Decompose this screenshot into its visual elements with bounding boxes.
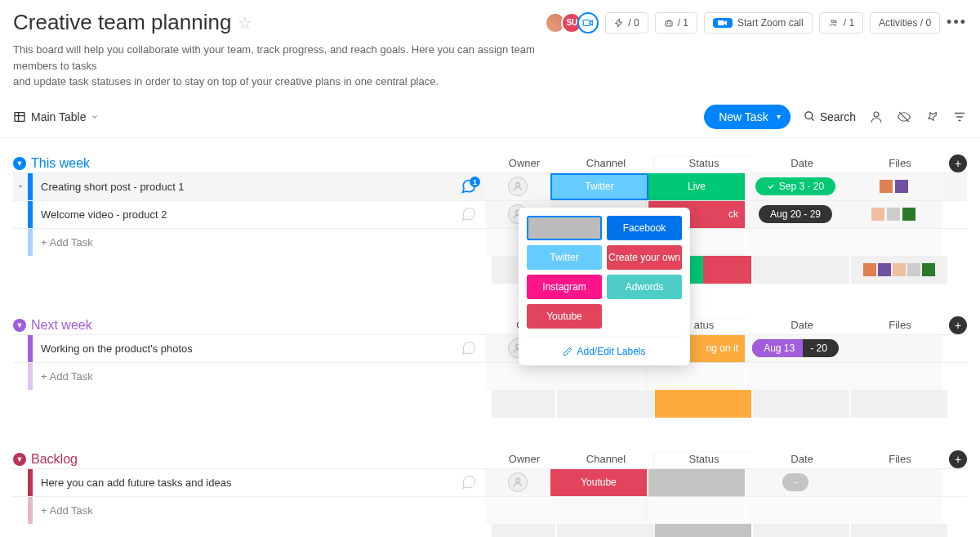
svg-point-2 xyxy=(667,23,668,24)
col-header-channel[interactable]: Channel xyxy=(557,453,655,465)
channel-option[interactable]: Create your own xyxy=(607,245,682,270)
person-icon[interactable] xyxy=(869,110,884,124)
chevron-down-icon: ▾ xyxy=(777,112,781,121)
col-header-files[interactable]: Files xyxy=(851,157,949,169)
file-thumb[interactable] xyxy=(893,263,906,276)
group-title[interactable]: Next week xyxy=(31,318,92,333)
col-header-status[interactable]: Status xyxy=(655,157,753,169)
channel-option[interactable]: Instagram xyxy=(527,275,602,299)
automations-button[interactable]: / 0 xyxy=(605,12,648,34)
owner-avatar[interactable] xyxy=(508,177,528,196)
status-cell[interactable] xyxy=(648,469,746,496)
integrations-count: / 1 xyxy=(678,17,688,29)
chat-icon[interactable] xyxy=(461,340,477,356)
expand-indicator-icon[interactable] xyxy=(16,181,25,191)
file-thumb[interactable] xyxy=(922,263,935,276)
star-icon[interactable]: ☆ xyxy=(238,13,252,33)
search-icon xyxy=(804,110,816,123)
date-cell[interactable]: Aug 20 - 29 xyxy=(746,201,844,228)
task-name[interactable]: Working on the product's photos xyxy=(33,335,452,362)
group-collapse-toggle[interactable]: ▼ xyxy=(13,157,26,170)
date-cell[interactable]: Aug 13 - 20 xyxy=(746,335,844,362)
date-cell[interactable]: Sep 3 - 20 xyxy=(746,173,844,200)
add-member-icon[interactable] xyxy=(577,12,599,34)
channel-option[interactable]: Youtube xyxy=(527,304,602,329)
activities-button[interactable]: Activities / 0 xyxy=(870,12,940,34)
col-header-files[interactable]: Files xyxy=(851,453,949,465)
task-row[interactable]: Here you can add future tasks and ideas … xyxy=(13,468,967,496)
more-menu-icon[interactable]: ••• xyxy=(947,14,967,31)
member-avatars[interactable]: SU xyxy=(550,12,599,34)
group-color-bar xyxy=(28,229,33,256)
owner-avatar[interactable] xyxy=(508,472,528,492)
svg-point-8 xyxy=(805,112,813,119)
svg-point-6 xyxy=(834,20,836,23)
file-thumb[interactable] xyxy=(871,208,884,221)
col-header-files[interactable]: Files xyxy=(851,319,949,331)
new-task-button[interactable]: New Task ▾ xyxy=(704,105,790,129)
task-name[interactable]: Welcome video - product 2 xyxy=(33,201,452,228)
svg-rect-1 xyxy=(666,21,672,26)
channel-dropdown[interactable]: FacebookTwitterCreate your ownInstagramA… xyxy=(519,208,690,365)
svg-point-13 xyxy=(516,478,520,482)
add-task-button[interactable]: + Add Task xyxy=(33,363,452,390)
integrations-button[interactable]: / 1 xyxy=(655,12,697,34)
group-title[interactable]: This week xyxy=(31,156,90,171)
add-task-button[interactable]: + Add Task xyxy=(33,497,452,524)
add-column-button[interactable]: + xyxy=(949,316,967,334)
svg-point-9 xyxy=(874,112,879,117)
col-header-date[interactable]: Date xyxy=(753,319,851,331)
channel-cell[interactable]: Twitter xyxy=(550,173,648,200)
page-title: Creative team planning xyxy=(13,10,231,35)
people-button[interactable]: / 1 xyxy=(819,12,863,34)
svg-point-5 xyxy=(831,20,834,22)
files-cell[interactable] xyxy=(844,201,942,228)
channel-cell[interactable]: Youtube xyxy=(550,469,648,496)
group-collapse-toggle[interactable]: ▼ xyxy=(13,319,26,332)
channel-option[interactable]: Twitter xyxy=(527,245,602,270)
file-thumb[interactable] xyxy=(902,208,915,221)
task-name[interactable]: Creating short post - product 1 xyxy=(33,173,452,200)
view-selector[interactable]: Main Table xyxy=(13,110,99,123)
files-cell[interactable] xyxy=(844,173,942,200)
task-name[interactable]: Here you can add future tasks and ideas xyxy=(33,469,452,496)
chat-icon[interactable] xyxy=(461,474,477,490)
channel-option[interactable]: Facebook xyxy=(607,216,682,240)
chat-icon[interactable] xyxy=(461,206,477,222)
group-collapse-toggle[interactable]: ▼ xyxy=(13,453,26,466)
channel-option[interactable] xyxy=(527,216,602,240)
add-edit-labels-button[interactable]: Add/Edit Labels xyxy=(527,337,682,357)
hide-icon[interactable] xyxy=(897,110,911,124)
file-thumb[interactable] xyxy=(880,180,893,193)
col-header-channel[interactable]: Channel xyxy=(557,157,655,169)
col-header-date[interactable]: Date xyxy=(753,157,851,169)
task-row[interactable]: Working on the product's photos ng on it… xyxy=(13,334,967,362)
file-thumb[interactable] xyxy=(895,180,908,193)
file-thumb[interactable] xyxy=(878,263,891,276)
file-thumb[interactable] xyxy=(907,263,920,276)
pin-icon[interactable] xyxy=(924,110,939,124)
zoom-call-button[interactable]: Start Zoom call xyxy=(704,12,813,34)
task-row[interactable]: Welcome video - product 2 ck Aug 20 - 29 xyxy=(13,200,967,228)
search-button[interactable]: Search xyxy=(804,110,856,123)
col-header-status[interactable]: Status xyxy=(655,453,753,465)
channel-option[interactable]: Adwords xyxy=(607,275,682,299)
task-row[interactable]: Creating short post - product 1 1 Twitte… xyxy=(13,172,967,200)
file-thumb[interactable] xyxy=(887,208,900,221)
files-cell[interactable] xyxy=(844,469,942,496)
file-thumb[interactable] xyxy=(863,263,876,276)
chevron-down-icon xyxy=(91,113,99,121)
add-column-button[interactable]: + xyxy=(949,154,967,172)
add-task-button[interactable]: + Add Task xyxy=(33,229,452,256)
col-header-date[interactable]: Date xyxy=(753,453,851,465)
table-icon xyxy=(13,110,26,123)
status-cell[interactable]: Live xyxy=(648,173,746,200)
col-header-owner[interactable]: Owner xyxy=(492,453,557,465)
col-header-owner[interactable]: Owner xyxy=(492,157,557,169)
group-title[interactable]: Backlog xyxy=(31,452,78,467)
date-cell[interactable]: - xyxy=(746,469,844,496)
chat-icon-active[interactable]: 1 xyxy=(461,178,477,195)
files-cell[interactable] xyxy=(844,335,942,362)
add-column-button[interactable]: + xyxy=(949,450,967,468)
filter-icon[interactable] xyxy=(952,110,967,124)
